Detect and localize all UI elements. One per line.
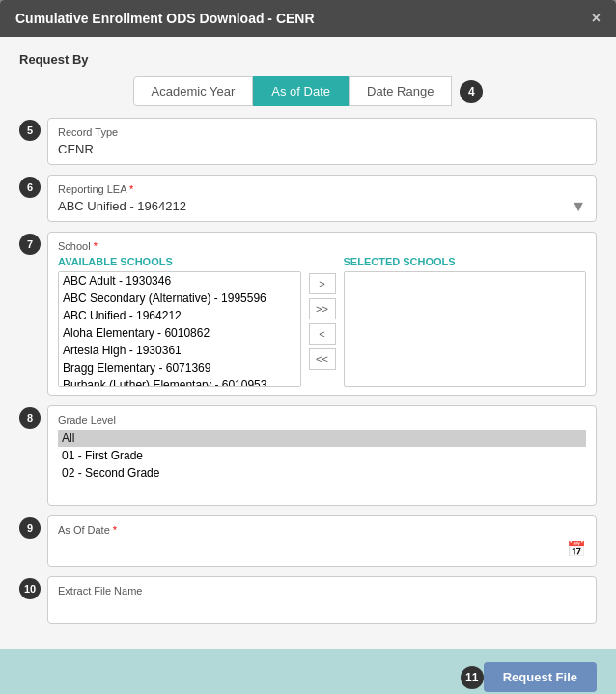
step-num-10: 10 — [19, 578, 41, 599]
record-type-label: Record Type — [58, 126, 586, 138]
school-label: School * — [58, 240, 586, 252]
modal-body: Request By Academic Year As of Date Date… — [0, 37, 616, 649]
section-grade-level: 8 Grade Level All 01 - First Grade 02 - … — [19, 405, 597, 506]
request-file-button[interactable]: Request File — [484, 662, 597, 692]
step-num-5: 5 — [19, 120, 41, 141]
as-of-date-block: As Of Date * 📅 — [47, 515, 597, 567]
step-badge-11: 11 — [461, 666, 484, 689]
extract-file-name-block: Extract File Name — [47, 576, 597, 624]
modal-footer: 11 Request File — [0, 649, 616, 694]
step-num-6: 6 — [19, 177, 41, 198]
school-block: School * AVAILABLE SCHOOLS ABC Adult - 1… — [47, 232, 597, 396]
modal-header: Cumulative Enrollment ODS Download - CEN… — [0, 0, 616, 37]
request-by-label: Request By — [19, 52, 597, 67]
extract-file-name-input[interactable] — [58, 600, 586, 615]
step-num-7: 7 — [19, 234, 41, 255]
tab-group: Academic Year As of Date Date Range 4 — [19, 76, 597, 106]
selected-schools-wrap: SELECTED SCHOOLS — [344, 256, 587, 387]
tab-academic-year[interactable]: Academic Year — [133, 76, 254, 106]
extract-file-name-label: Extract File Name — [58, 585, 586, 597]
section-as-of-date: 9 As Of Date * 📅 — [19, 515, 597, 567]
section-school: 7 School * AVAILABLE SCHOOLS ABC Adult -… — [19, 232, 597, 396]
selected-schools-list[interactable] — [344, 271, 587, 387]
date-input-wrap: 📅 — [58, 540, 586, 558]
reporting-lea-block: Reporting LEA * ABC Unified - 1964212 ▼ — [47, 175, 597, 222]
reporting-lea-select-wrapper[interactable]: ABC Unified - 1964212 ▼ — [58, 199, 586, 213]
school-required: * — [94, 240, 98, 252]
section-record-type: 5 Record Type CENR — [19, 118, 597, 165]
tab-date-range[interactable]: Date Range — [349, 76, 452, 106]
modal-title: Cumulative Enrollment ODS Download - CEN… — [15, 11, 315, 26]
step-badge-4: 4 — [460, 80, 483, 103]
section-reporting-lea: 6 Reporting LEA * ABC Unified - 1964212 … — [19, 175, 597, 222]
move-right-btn[interactable]: > — [309, 273, 336, 294]
selected-schools-header: SELECTED SCHOOLS — [344, 256, 587, 267]
available-schools-wrap: AVAILABLE SCHOOLS ABC Adult - 1930346 AB… — [58, 256, 301, 387]
school-arrow-buttons: > >> < << — [309, 256, 336, 387]
as-of-date-required: * — [113, 524, 117, 536]
as-of-date-label: As Of Date * — [58, 524, 586, 536]
school-columns: AVAILABLE SCHOOLS ABC Adult - 1930346 AB… — [58, 256, 586, 387]
modal: Cumulative Enrollment ODS Download - CEN… — [0, 0, 616, 694]
reporting-lea-label: Reporting LEA * — [58, 183, 586, 195]
tab-as-of-date[interactable]: As of Date — [253, 76, 349, 106]
record-type-value: CENR — [58, 142, 586, 156]
available-schools-list[interactable]: ABC Adult - 1930346 ABC Secondary (Alter… — [58, 271, 301, 387]
close-icon[interactable]: × — [592, 10, 601, 27]
grade-level-select[interactable]: All 01 - First Grade 02 - Second Grade — [58, 430, 586, 497]
grade-level-label: Grade Level — [58, 414, 586, 426]
step-num-9: 9 — [19, 517, 41, 539]
available-schools-header: AVAILABLE SCHOOLS — [58, 256, 301, 267]
reporting-lea-select[interactable]: ABC Unified - 1964212 — [58, 199, 586, 213]
move-left-btn[interactable]: < — [309, 323, 336, 345]
step-num-8: 8 — [19, 407, 41, 429]
as-of-date-input[interactable] — [58, 541, 567, 556]
calendar-icon[interactable]: 📅 — [567, 540, 586, 558]
move-all-right-btn[interactable]: >> — [309, 298, 336, 319]
reporting-lea-required: * — [129, 183, 133, 195]
record-type-block: Record Type CENR — [47, 118, 597, 165]
grade-level-block: Grade Level All 01 - First Grade 02 - Se… — [47, 405, 597, 506]
section-extract-file-name: 10 Extract File Name — [19, 576, 597, 624]
move-all-left-btn[interactable]: << — [309, 348, 336, 370]
